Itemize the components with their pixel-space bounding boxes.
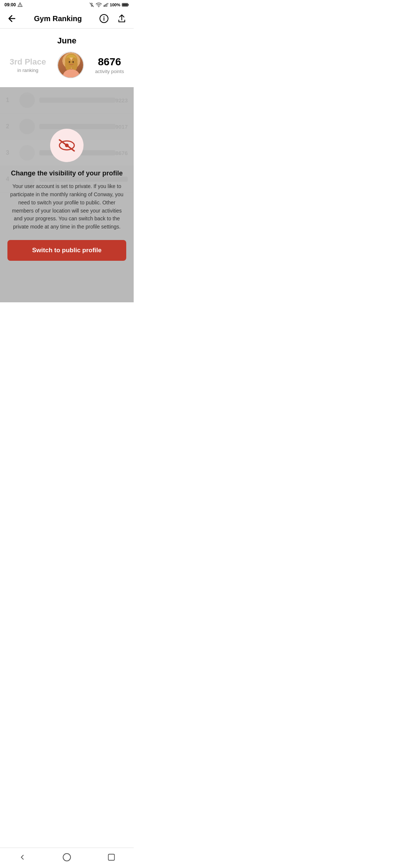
- profile-header: June 3rd Place in ranking: [0, 29, 134, 87]
- modal-description: Your user account is set to private. If …: [7, 183, 126, 231]
- points-label: activity points: [95, 69, 124, 74]
- hidden-eye-icon: [58, 138, 76, 153]
- rank-value: 3rd Place: [10, 57, 46, 67]
- svg-rect-3: [122, 3, 127, 6]
- svg-rect-4: [128, 4, 128, 6]
- avatar: [57, 52, 84, 78]
- rank-label: in ranking: [10, 68, 46, 73]
- rank-block: 3rd Place in ranking: [10, 57, 46, 73]
- time-display: 09:00: [4, 2, 16, 7]
- nav-actions: [97, 12, 128, 25]
- points-value: 8676: [95, 56, 124, 68]
- ranking-list-area: 1 9223 2 9017 3 8676 4: [0, 87, 134, 302]
- svg-point-11: [71, 57, 78, 71]
- svg-point-12: [63, 69, 79, 78]
- info-button[interactable]: [97, 12, 111, 25]
- page-title: Gym Ranking: [34, 14, 82, 23]
- warning-icon: [17, 2, 23, 7]
- svg-point-0: [98, 6, 99, 7]
- svg-point-13: [69, 61, 70, 63]
- hidden-eye-icon-circle: [50, 129, 84, 162]
- nav-bar: Gym Ranking: [0, 9, 134, 29]
- back-button[interactable]: [5, 12, 19, 25]
- status-bar: 09:00 100%: [0, 0, 134, 9]
- signal-icon: [103, 2, 108, 7]
- visibility-overlay: Change the visibility of your profile Yo…: [0, 87, 134, 302]
- svg-point-6: [104, 16, 104, 17]
- share-button[interactable]: [115, 12, 128, 25]
- modal-card: Change the visibility of your profile Yo…: [7, 129, 126, 260]
- status-time: 09:00: [4, 2, 23, 7]
- battery-icon: [122, 3, 129, 7]
- status-right-icons: 100%: [89, 2, 129, 7]
- mute-icon: [89, 2, 94, 7]
- points-block: 8676 activity points: [95, 56, 124, 74]
- modal-title: Change the visibility of your profile: [11, 170, 123, 177]
- svg-point-14: [72, 61, 74, 63]
- switch-to-public-button[interactable]: Switch to public profile: [7, 240, 126, 261]
- avatar-image: [58, 52, 84, 78]
- profile-stats: 3rd Place in ranking: [6, 52, 128, 78]
- wifi-icon: [96, 2, 102, 7]
- battery-text: 100%: [110, 3, 120, 7]
- profile-name: June: [6, 36, 128, 46]
- svg-point-10: [65, 57, 72, 71]
